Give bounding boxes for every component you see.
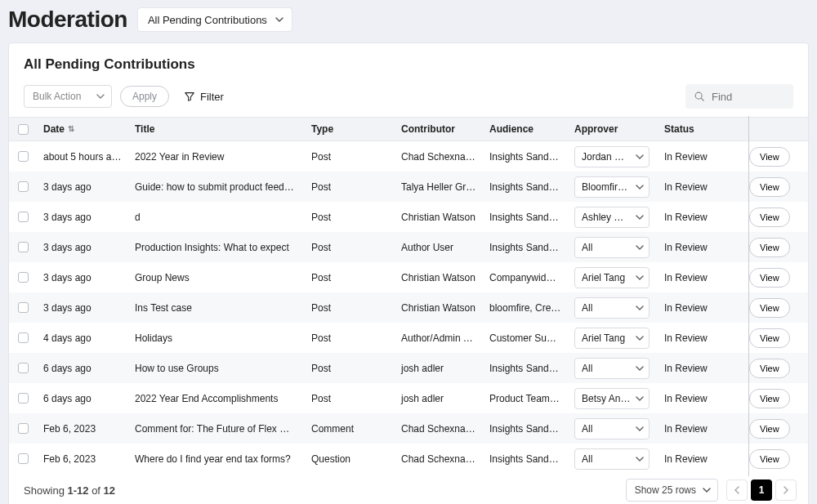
table-row: 3 days agoGuide: how to submit product f… (9, 172, 808, 202)
approver-dropdown[interactable]: Betsy Anderson (574, 388, 650, 409)
row-checkbox[interactable] (18, 453, 29, 464)
prev-page-button[interactable] (726, 479, 748, 501)
cell-date: 3 days ago (37, 302, 128, 314)
approver-dropdown[interactable]: All (574, 358, 650, 379)
cell-audience: Insights Sandbox (483, 212, 568, 223)
approver-label: Ashley Gladden (582, 212, 631, 223)
row-checkbox[interactable] (18, 393, 29, 404)
bulk-action-dropdown[interactable]: Bulk Action (24, 85, 112, 108)
row-checkbox[interactable] (18, 423, 29, 434)
approver-dropdown[interactable]: All (574, 237, 650, 258)
page-title: Moderation (8, 7, 127, 33)
cell-date: 6 days ago (37, 393, 128, 404)
column-title[interactable]: Title (128, 123, 305, 135)
row-checkbox[interactable] (18, 302, 29, 313)
table-row: Feb 6, 2023Comment for: The Future of Fl… (9, 413, 808, 444)
row-checkbox[interactable] (18, 363, 29, 373)
next-page-button[interactable] (775, 479, 797, 501)
table-row: 4 days agoHolidaysPostAuthor/Admin TestC… (9, 323, 808, 353)
cell-status: In Review (658, 332, 743, 344)
column-status[interactable]: Status (658, 123, 743, 135)
row-checkbox[interactable] (18, 332, 29, 343)
cell-type: Comment (305, 423, 395, 435)
cell-contributor: Christian Watson (395, 302, 483, 314)
cell-title: Ins Test case (128, 302, 305, 314)
rows-per-page-dropdown[interactable]: Show 25 rows (626, 479, 718, 502)
approver-dropdown[interactable]: Jordan Boyson (574, 146, 650, 167)
cell-audience: Insights Sandbox (483, 181, 568, 193)
cell-title: Comment for: The Future of Flex Work Fie… (128, 423, 305, 435)
search-input[interactable] (712, 91, 785, 103)
view-button[interactable]: View (749, 268, 790, 288)
cell-type: Question (305, 453, 395, 465)
approver-dropdown[interactable]: Ashley Gladden (574, 207, 650, 228)
cell-date: 3 days ago (37, 272, 128, 283)
cell-type: Post (305, 212, 395, 223)
row-checkbox[interactable] (18, 151, 29, 162)
approver-dropdown[interactable]: Ariel Tang (574, 267, 650, 288)
approver-dropdown[interactable]: All (574, 418, 650, 439)
table-header: Date ⇅ Title Type Contributor Audience A… (9, 117, 808, 141)
view-dropdown[interactable]: All Pending Contributions (137, 7, 292, 32)
approver-label: Ariel Tang (582, 272, 625, 283)
cell-contributor: Christian Watson (395, 272, 483, 283)
cell-status: In Review (658, 453, 743, 465)
cell-type: Post (305, 272, 395, 283)
column-approver[interactable]: Approver (568, 123, 658, 135)
cell-title: How to use Groups (128, 363, 305, 374)
view-button[interactable]: View (749, 147, 790, 167)
filter-button[interactable]: Filter (177, 85, 230, 108)
view-button[interactable]: View (749, 389, 790, 408)
page-number-current[interactable]: 1 (751, 479, 772, 501)
view-button[interactable]: View (749, 177, 790, 197)
cell-audience: Insights Sandbox (483, 423, 568, 435)
cell-title: Group News (128, 272, 305, 283)
view-button[interactable]: View (749, 449, 790, 469)
cell-audience: Insights Sandbox (483, 151, 568, 163)
view-button[interactable]: View (749, 419, 790, 439)
showing-text: Showing 1-12 of 12 (24, 484, 115, 497)
table-row: about 5 hours ago2022 Year in ReviewPost… (9, 141, 808, 172)
column-type[interactable]: Type (305, 123, 395, 135)
cell-status: In Review (658, 242, 743, 253)
search-icon (694, 91, 705, 102)
approver-dropdown[interactable]: Ariel Tang (574, 328, 650, 349)
table-row: 6 days ago2022 Year End AccomplishmentsP… (9, 383, 808, 413)
cell-audience: Customer Success, I... (483, 332, 568, 344)
chevron-down-icon (636, 243, 644, 252)
column-date[interactable]: Date ⇅ (37, 123, 128, 135)
row-checkbox[interactable] (18, 272, 29, 283)
view-button[interactable]: View (749, 328, 790, 348)
view-button[interactable]: View (749, 207, 790, 227)
view-button[interactable]: View (749, 359, 790, 378)
chevron-down-icon (636, 395, 644, 403)
row-checkbox[interactable] (18, 212, 29, 222)
apply-button[interactable]: Apply (120, 86, 169, 107)
column-contributor[interactable]: Contributor (395, 123, 483, 135)
search-box[interactable] (685, 84, 793, 109)
column-audience[interactable]: Audience (483, 123, 568, 135)
chevron-down-icon (636, 183, 644, 191)
cell-date: 6 days ago (37, 363, 128, 374)
approver-label: Ariel Tang (582, 332, 625, 344)
chevron-down-icon (636, 213, 644, 221)
cell-status: In Review (658, 181, 743, 193)
chevron-down-icon (703, 486, 711, 494)
cell-status: In Review (658, 272, 743, 283)
select-all-checkbox[interactable] (18, 124, 29, 135)
table-row: 3 days agodPostChristian WatsonInsights … (9, 202, 808, 232)
approver-label: Betsy Anderson (582, 393, 631, 404)
approver-dropdown[interactable]: All (574, 297, 650, 319)
cell-title: 2022 Year in Review (128, 151, 305, 163)
cell-title: Where do I find year end tax forms? (128, 453, 305, 465)
cell-contributor: Chad Schexnayder (395, 453, 483, 465)
row-checkbox[interactable] (18, 242, 29, 252)
approver-dropdown[interactable]: All (574, 448, 650, 470)
row-checkbox[interactable] (18, 181, 29, 192)
view-button[interactable]: View (749, 238, 790, 257)
view-button[interactable]: View (749, 298, 790, 318)
approver-dropdown[interactable]: Bloomfire Amb... (574, 176, 650, 198)
rows-per-page-label: Show 25 rows (635, 484, 696, 496)
cell-title: 2022 Year End Accomplishments (128, 393, 305, 404)
approver-label: Bloomfire Amb... (582, 181, 631, 193)
